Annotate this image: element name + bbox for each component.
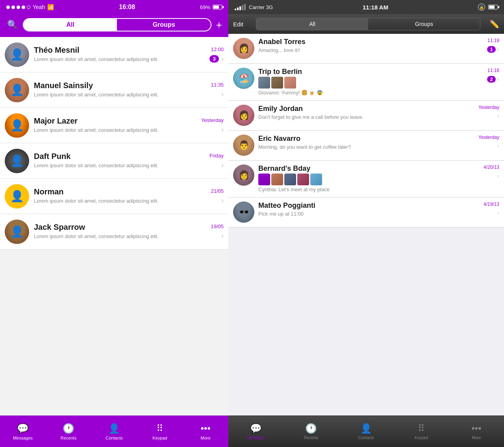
segment-groups[interactable]: Groups [117,19,210,31]
msg-badge-row-eric: › [497,142,499,150]
contact-item-major[interactable]: 👤 Major Lazer Lorem ipsum dolor sit amet… [0,108,228,143]
left-contact-list: 👤 Théo Mesnil Lorem ipsum dolor sit amet… [0,37,228,416]
left-tab-icon-keypad: ⠿ [156,423,163,434]
left-carrier: Yeah [33,4,45,10]
right-segment-control: All Groups [256,18,480,30]
contact-name-major: Major Lazer [34,116,196,126]
right-segment-all[interactable]: All [256,18,368,30]
right-tab-messages[interactable]: 💬 Messages [228,416,284,447]
contact-time-major: Yesterday [201,117,224,123]
bar2 [237,7,239,10]
bar3 [239,6,241,10]
chevron-jack: › [221,232,224,240]
dot2 [11,6,15,9]
contact-meta-major: Yesterday › [201,117,224,134]
group-avatars-bernard [258,174,480,185]
right-tab-label-messages: Messages [247,436,265,440]
msg-item-berlin[interactable]: 🏖️ Trip to Berlin Giovanni: Yummy! 🍔 🍺 😨… [228,64,504,101]
contact-item-daft[interactable]: 👤 Daft Punk Lorem ipsum dolor sit amet, … [0,143,228,179]
msg-item-eric[interactable]: 👨 Eric Navarro Morning, do you want to g… [228,131,504,161]
badge-chevron-major: › [221,126,224,134]
contact-info-norman: Norman Lorem ipsum dolor sit amet, conse… [34,187,206,205]
msg-badge-row-matteo: › [497,209,499,216]
contact-name-manuel: Manuel Sainsily [34,81,206,90]
left-tab-label-messages: Messages [13,436,33,440]
msg-content-eric: Eric Navarro Morning, do you want to get… [258,135,474,151]
left-panel: Yeah 📶 16:08 69% 🔍 All Groups + 👤 Théo M… [0,0,228,447]
left-tab-bar: 💬 Messages 🕐 Recents 👤 Contacts ⠿ Keypad… [0,416,228,447]
left-tab-label-recents: Recents [61,436,76,440]
msg-content-matteo: Matteo Poggianti Pick me up at 11:00 [258,201,480,218]
contact-item-norman[interactable]: 👤 Norman Lorem ipsum dolor sit amet, con… [0,179,228,214]
msg-name-eric: Eric Navarro [258,135,474,143]
group-avatar-4 [310,174,322,185]
msg-meta-anabel: 11:19 1 › [487,38,499,53]
contact-name-theo: Théo Mesnil [34,46,205,55]
msg-item-bernard[interactable]: 👩 Bernard's Bday Cynthia: Let's meet at … [228,161,504,198]
add-contact-button[interactable]: + [216,19,222,31]
msg-item-anabel[interactable]: 👩 Anabel Torres Amazing... love it!! 11:… [228,34,504,64]
right-tab-recents[interactable]: 🕐 Recents [284,416,339,447]
badge-chevron-jack: › [221,232,224,240]
battery-icon [213,5,222,9]
msg-meta-eric: Yesterday › [478,135,499,150]
chevron-daft: › [221,161,224,169]
right-tab-bar: 💬 Messages 🕐 Recents 👤 Contacts ⠿ Keypad… [228,416,504,447]
left-battery-pct: 69% [200,4,210,10]
contact-meta-norman: 21/05 › [211,188,224,205]
right-tab-icon-recents: 🕐 [305,423,317,434]
right-tab-keypad[interactable]: ⠿ Keypad [394,416,449,447]
msg-avatar-anabel: 👩 [233,38,254,59]
signal-dots [6,6,30,9]
contact-time-manuel: 11:35 [211,82,224,88]
left-tab-contacts[interactable]: 👤 Contacts [91,416,137,447]
right-tab-more[interactable]: ••• More [449,416,504,447]
left-tab-messages[interactable]: 💬 Messages [0,416,46,447]
contact-item-theo[interactable]: 👤 Théo Mesnil Lorem ipsum dolor sit amet… [0,37,228,72]
right-tab-label-contacts: Contacts [358,436,374,440]
right-segment-groups[interactable]: Groups [368,18,480,30]
msg-item-matteo[interactable]: 🕶️ Matteo Poggianti Pick me up at 11:00 … [228,198,504,227]
contact-item-manuel[interactable]: 👤 Manuel Sainsily Lorem ipsum dolor sit … [0,72,228,108]
left-tab-more[interactable]: ••• More [183,416,228,447]
right-tab-label-keypad: Keypad [415,436,428,440]
msg-time-eric: Yesterday [478,135,499,140]
dot1 [6,6,10,9]
avatar-norman: 👤 [5,184,29,209]
right-tab-icon-keypad: ⠿ [418,423,425,434]
group-avatar-0 [258,77,270,89]
contact-preview-major: Lorem ipsum dolor sit amet, consectetur … [34,127,196,134]
compose-button[interactable]: ✏️ [484,19,499,29]
msg-preview-bernard: Cynthia: Let's meet at my place [258,186,480,193]
contact-preview-jack: Lorem ipsum dolor sit amet, consectetur … [34,233,206,240]
badge-chevron-manuel: › [221,90,224,98]
right-header: Edit All Groups ✏️ [228,14,504,34]
chevron-theo: › [221,55,224,63]
msg-content-berlin: Trip to Berlin Giovanni: Yummy! 🍔 🍺 😨 [258,68,483,96]
edit-button[interactable]: Edit [233,21,253,28]
msg-content-emily: Emily Jordan Don't forget to give me a c… [258,105,474,121]
badge-theo: 3 [209,55,219,63]
msg-avatar-matteo: 🕶️ [233,201,254,223]
contact-preview-theo: Lorem ipsum dolor sit amet, consectetur … [34,56,205,63]
msg-chevron-eric: › [497,142,499,150]
left-tab-label-keypad: Keypad [152,436,167,440]
msg-preview-matteo: Pick me up at 11:00 [258,211,480,218]
msg-item-emily[interactable]: 👩 Emily Jordan Don't forget to give me a… [228,101,504,131]
contact-name-daft: Daft Punk [34,152,205,161]
left-tab-keypad[interactable]: ⠿ Keypad [137,416,183,447]
msg-badge-row-bernard: › [497,172,499,179]
left-tab-icon-contacts: 👤 [108,423,120,434]
right-tab-icon-messages: 💬 [250,423,262,434]
segment-all[interactable]: All [24,19,117,31]
contact-info-major: Major Lazer Lorem ipsum dolor sit amet, … [34,116,196,134]
msg-preview-anabel: Amazing... love it!! [258,47,483,54]
left-tab-recents[interactable]: 🕐 Recents [46,416,91,447]
msg-preview-berlin: Giovanni: Yummy! 🍔 🍺 😨 [258,89,483,96]
group-avatar-1 [271,77,283,89]
right-tab-contacts[interactable]: 👤 Contacts [339,416,394,447]
right-message-list: 👩 Anabel Torres Amazing... love it!! 11:… [228,34,504,416]
search-button[interactable]: 🔍 [6,20,18,30]
contact-item-jack[interactable]: 👤 Jack Sparrow Lorem ipsum dolor sit ame… [0,214,228,249]
msg-chevron-bernard: › [497,172,499,179]
